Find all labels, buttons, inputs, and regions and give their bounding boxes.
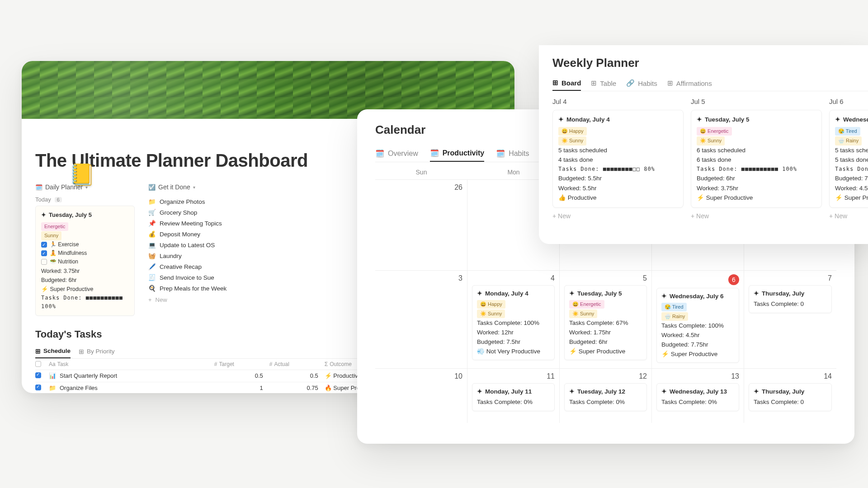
new-card-button[interactable]: + New xyxy=(691,208,822,224)
tab-board[interactable]: ⊞Board xyxy=(552,75,581,91)
tab-productivity[interactable]: 🗓️Productivity xyxy=(430,145,484,162)
productivity-line: ⚡ Super Productive xyxy=(41,285,129,294)
actual-value: 0.5 xyxy=(269,372,325,379)
col-label: Actual xyxy=(274,361,289,367)
day-card[interactable]: ✦Tuesday, July 12Tasks Complete: 0% xyxy=(564,383,647,411)
task-icon: 📌 xyxy=(148,220,156,227)
day-card[interactable]: ✦Tuesday, July 5😄 Energetic☀️ SunnyTasks… xyxy=(564,285,647,360)
day-card-title: Monday, July 11 xyxy=(485,387,532,397)
calendar-cell[interactable]: 4 ✦Monday, July 4😄 Happy☀️ SunnyTasks Co… xyxy=(467,271,560,368)
list-icon: ☑️ xyxy=(148,184,156,191)
calendar-cell[interactable]: 3 xyxy=(375,271,467,368)
day-card-title: Monday, July 4 xyxy=(485,289,528,299)
tab-label: Affirmations xyxy=(676,80,712,87)
link-icon: 🔗 xyxy=(626,79,635,87)
habit-label: 🧘 Mindfulness xyxy=(50,249,87,258)
day-card[interactable]: ✦Monday, July 4😄 Happy☀️ SunnyTasks Comp… xyxy=(472,285,555,360)
new-label: New xyxy=(156,296,167,303)
budgeted-line: Budgeted: 6hr xyxy=(41,276,129,285)
target-value: 0.5 xyxy=(214,372,269,379)
tasks-done-line: Tasks Done: ■■■■■■■■□□ 80% xyxy=(558,165,678,174)
sparkle-icon: ✦ xyxy=(661,292,667,301)
tab-habits[interactable]: 🔗Habits xyxy=(626,75,657,91)
task-name: Deposit Money xyxy=(160,231,200,238)
tab-label: Board xyxy=(561,79,581,87)
day-card[interactable]: ✦Thursday, JulyTasks Complete: 0 xyxy=(749,383,832,411)
calendar-cell[interactable]: 14 ✦Thursday, JulyTasks Complete: 0 xyxy=(744,369,836,423)
task-icon: 📊 xyxy=(49,372,56,379)
new-card-button[interactable]: + New xyxy=(552,208,684,224)
row-checkbox[interactable] xyxy=(35,385,41,390)
task-name: Grocery Shop xyxy=(160,209,197,216)
page-icon[interactable]: 📒 xyxy=(69,164,93,188)
board-icon: ⊞ xyxy=(552,79,558,87)
stat-line: 6 tasks done xyxy=(697,155,816,165)
target-value: 1 xyxy=(214,385,269,391)
calendar-cell[interactable]: 12 ✦Tuesday, July 12Tasks Complete: 0% xyxy=(560,369,652,423)
mood-pill: 😄 Energetic xyxy=(697,127,732,136)
calendar-cell[interactable]: 13 ✦Wednesday, July 13Tasks Complete: 0% xyxy=(652,369,744,423)
calendar-cell[interactable]: 11 ✦Monday, July 11Tasks Complete: 0% xyxy=(467,369,560,423)
new-card-button[interactable]: + New xyxy=(829,208,868,224)
col-actual[interactable]: #Actual xyxy=(269,361,325,367)
checkbox-icon xyxy=(41,242,47,248)
sparkle-icon: ✦ xyxy=(569,289,575,299)
tab-label: By Priority xyxy=(87,348,115,355)
checkbox-icon xyxy=(41,259,47,265)
day-card[interactable]: ✦Monday, July 11Tasks Complete: 0% xyxy=(472,383,555,411)
weekly-card[interactable]: ✦Monday, July 4 😄 Happy ☀️ Sunny 5 tasks… xyxy=(552,110,684,208)
task-icon: 🍳 xyxy=(148,285,156,292)
chevron-down-icon: ▾ xyxy=(193,185,195,190)
stat-line: ⚡ Super Productive xyxy=(569,347,642,357)
habit-mindfulness[interactable]: 🧘 Mindfulness xyxy=(41,249,129,258)
calendar-cell[interactable]: 6 ✦Wednesday, July 6😪 Tired🌧️ RainyTasks… xyxy=(652,271,744,368)
cell-date: 5 xyxy=(564,274,647,282)
tab-label: Schedule xyxy=(43,347,71,354)
task-icon: 📁 xyxy=(148,198,156,205)
today-count: 6 xyxy=(55,197,62,202)
habit-exercise[interactable]: 🏃 Exercise xyxy=(41,240,129,249)
habit-label: 🏃 Exercise xyxy=(50,240,79,249)
sparkle-icon: ✦ xyxy=(558,115,564,125)
col-target[interactable]: #Target xyxy=(214,361,269,367)
stat-line: 5 tasks scheduled xyxy=(835,145,868,155)
today-card[interactable]: ✦Tuesday, July 5 Energetic Sunny 🏃 Exerc… xyxy=(35,206,135,316)
weekly-card[interactable]: ✦Tuesday, July 5 😄 Energetic ☀️ Sunny 6 … xyxy=(691,110,822,208)
stat-line: Tasks Complete: 0 xyxy=(754,398,827,407)
row-checkbox[interactable] xyxy=(35,372,41,378)
calendar-cell[interactable]: 5 ✦Tuesday, July 5😄 Energetic☀️ SunnyTas… xyxy=(560,271,652,368)
sparkle-icon: ✦ xyxy=(754,289,759,299)
stat-line: Budgeted: 7.75hr xyxy=(835,174,868,183)
cell-date: 7 xyxy=(749,274,832,282)
weekly-planner-title: Weekly Planner xyxy=(552,56,868,70)
cell-date: 10 xyxy=(380,372,462,380)
stat-line: Tasks Complete: 100% xyxy=(477,319,550,328)
tab-table[interactable]: ⊞Table xyxy=(591,75,616,91)
calendar-cell[interactable]: 10 xyxy=(375,369,467,423)
calendar-icon: 🗓️ xyxy=(496,149,505,158)
task-icon: 🧾 xyxy=(148,274,156,281)
table-icon: ⊞ xyxy=(35,347,41,355)
tab-schedule[interactable]: ⊞Schedule xyxy=(35,345,71,358)
calendar-cell[interactable]: 7 ✦Thursday, JulyTasks Complete: 0 xyxy=(744,271,836,368)
calendar-cell[interactable]: 26 xyxy=(375,180,467,270)
task-name: Update to Latest OS xyxy=(160,242,215,249)
habit-nutrition[interactable]: 🥗 Nutrition xyxy=(41,258,129,266)
stat-line: Budgeted: 7.5hr xyxy=(477,338,550,347)
sparkle-icon: ✦ xyxy=(835,115,840,125)
weekly-column: Jul 5 ✦Tuesday, July 5 😄 Energetic ☀️ Su… xyxy=(691,98,822,224)
tab-by-priority[interactable]: ⊞By Priority xyxy=(79,345,115,358)
stat-line: Worked: 3.75hr xyxy=(697,183,816,193)
select-all-checkbox[interactable] xyxy=(35,361,41,367)
tab-overview[interactable]: 🗓️Overview xyxy=(375,145,418,162)
task-name: Start Quarterly Report xyxy=(60,372,117,379)
day-card[interactable]: ✦Wednesday, July 13Tasks Complete: 0% xyxy=(656,383,739,411)
day-card[interactable]: ✦Wednesday, July 6😪 Tired🌧️ RainyTasks C… xyxy=(656,288,739,363)
col-task[interactable]: AaTask xyxy=(49,361,214,367)
weekly-planner-window: Weekly Planner ⊞Board ⊞Table 🔗Habits ⊞Af… xyxy=(539,45,868,244)
day-card[interactable]: ✦Thursday, JulyTasks Complete: 0 xyxy=(749,285,832,313)
tab-habits[interactable]: 🗓️Habits xyxy=(496,145,529,162)
tab-affirmations[interactable]: ⊞Affirmations xyxy=(667,75,712,91)
weekly-card[interactable]: ✦Wednesday, July 😪 Tired 🌧️ Rainy 5 task… xyxy=(829,110,868,208)
cell-date: 3 xyxy=(380,274,462,282)
